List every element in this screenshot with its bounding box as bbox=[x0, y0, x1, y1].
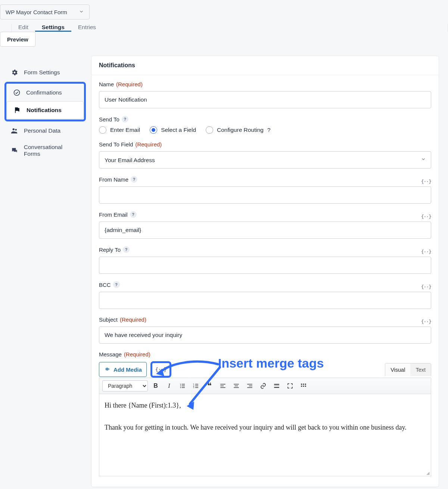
editor-toolbar: Paragraph B I 123 ❝ bbox=[99, 378, 431, 394]
message-label: Message bbox=[99, 351, 122, 358]
svg-point-1 bbox=[13, 129, 15, 131]
subject-label: Subject bbox=[99, 316, 118, 323]
mode-tab-text[interactable]: Text bbox=[410, 363, 431, 376]
reply-to-input[interactable] bbox=[99, 257, 431, 274]
send-to-field-select[interactable]: Your Email Address bbox=[99, 151, 431, 168]
svg-rect-33 bbox=[305, 386, 306, 387]
svg-rect-18 bbox=[220, 387, 225, 388]
bold-button[interactable]: B bbox=[150, 380, 161, 391]
help-icon[interactable]: ? bbox=[267, 127, 271, 133]
radio-icon bbox=[150, 126, 157, 134]
format-dropdown[interactable]: Paragraph bbox=[102, 380, 148, 391]
svg-point-4 bbox=[180, 384, 181, 384]
from-name-label: From Name bbox=[99, 176, 128, 183]
svg-point-2 bbox=[15, 129, 16, 130]
people-icon bbox=[10, 127, 19, 135]
merge-tags-icon[interactable]: {··} bbox=[421, 214, 431, 219]
svg-rect-8 bbox=[182, 386, 185, 386]
notification-name-input[interactable] bbox=[99, 91, 431, 108]
italic-button[interactable]: I bbox=[164, 380, 175, 391]
blockquote-button[interactable]: ❝ bbox=[204, 380, 215, 391]
help-icon[interactable]: ? bbox=[131, 176, 137, 183]
svg-rect-14 bbox=[195, 386, 198, 386]
sidebar-item-personal-data[interactable]: Personal Data bbox=[4, 122, 86, 139]
svg-rect-20 bbox=[235, 386, 238, 386]
tab-entries[interactable]: Entries bbox=[71, 24, 103, 32]
radio-configure-routing[interactable]: Configure Routing ? bbox=[206, 126, 271, 134]
svg-rect-26 bbox=[274, 386, 279, 386]
numbered-list-button[interactable]: 123 bbox=[190, 380, 202, 391]
svg-point-3 bbox=[106, 368, 107, 369]
form-selector-dropdown[interactable]: WP Mayor Contact Form bbox=[0, 4, 90, 19]
settings-sidebar: Form Settings Confirmations Notification… bbox=[4, 56, 86, 162]
svg-rect-28 bbox=[301, 384, 302, 385]
svg-rect-25 bbox=[274, 384, 279, 385]
radio-icon bbox=[206, 126, 213, 134]
svg-text:3: 3 bbox=[193, 387, 195, 389]
message-editor[interactable]: Hi there {Name (First):1.3}, Thank you f… bbox=[99, 394, 431, 476]
send-to-field-label: Send To Field bbox=[99, 141, 133, 148]
notifications-panel: Notifications Name (Required) Send To ? bbox=[91, 56, 439, 487]
bullet-list-button[interactable] bbox=[177, 380, 188, 391]
sidebar-item-label: Notifications bbox=[27, 107, 62, 114]
align-right-button[interactable] bbox=[244, 380, 255, 391]
help-icon[interactable]: ? bbox=[130, 211, 137, 218]
help-icon[interactable]: ? bbox=[122, 116, 128, 123]
flag-icon bbox=[13, 106, 21, 114]
merge-tags-icon[interactable]: {··} bbox=[421, 284, 431, 290]
tab-settings[interactable]: Settings bbox=[35, 24, 71, 32]
help-icon[interactable]: ? bbox=[113, 281, 120, 288]
svg-rect-19 bbox=[234, 384, 239, 385]
editor-mode-tabs: Visual Text bbox=[385, 363, 431, 376]
svg-rect-27 bbox=[274, 387, 279, 388]
help-icon[interactable]: ? bbox=[123, 246, 130, 253]
from-name-input[interactable] bbox=[99, 186, 431, 204]
bcc-input[interactable] bbox=[99, 292, 431, 309]
align-left-button[interactable] bbox=[217, 380, 228, 391]
fullscreen-button[interactable] bbox=[284, 380, 296, 391]
svg-rect-24 bbox=[247, 387, 252, 388]
subject-input[interactable] bbox=[99, 326, 431, 344]
radio-enter-email[interactable]: Enter Email bbox=[99, 126, 140, 134]
svg-rect-15 bbox=[195, 387, 198, 388]
sidebar-item-notifications[interactable]: Notifications bbox=[7, 101, 84, 119]
svg-rect-23 bbox=[249, 386, 252, 386]
from-email-input[interactable] bbox=[99, 222, 431, 239]
toolbar-toggle-button[interactable] bbox=[298, 380, 309, 391]
preview-button[interactable]: Preview bbox=[0, 32, 35, 47]
annotation-highlight-sidebar: Confirmations Notifications bbox=[4, 82, 86, 121]
align-center-button[interactable] bbox=[231, 380, 242, 391]
sidebar-item-label: Confirmations bbox=[26, 89, 62, 96]
svg-point-0 bbox=[14, 90, 20, 96]
required-marker: (Required) bbox=[124, 351, 150, 358]
send-to-label: Send To bbox=[99, 116, 119, 123]
tab-edit[interactable]: Edit bbox=[12, 24, 35, 32]
svg-rect-32 bbox=[303, 386, 304, 387]
media-icon bbox=[104, 366, 111, 374]
resize-grip-icon[interactable]: ◢ bbox=[426, 471, 429, 474]
add-media-button[interactable]: Add Media bbox=[99, 362, 147, 377]
svg-rect-7 bbox=[182, 384, 185, 385]
insert-merge-tags-button[interactable]: {··} bbox=[150, 361, 171, 378]
sidebar-item-conversational-forms[interactable]: Conversational Forms bbox=[4, 139, 86, 162]
sidebar-item-confirmations[interactable]: Confirmations bbox=[7, 84, 84, 101]
link-button[interactable] bbox=[258, 380, 269, 391]
merge-tags-icon[interactable]: {··} bbox=[421, 249, 431, 254]
sidebar-item-label: Conversational Forms bbox=[24, 144, 80, 157]
merge-tags-icon[interactable]: {··} bbox=[421, 179, 431, 184]
merge-tags-icon[interactable]: {··} bbox=[421, 319, 431, 324]
required-marker: (Required) bbox=[116, 81, 143, 87]
send-to-radio-group: Enter Email Select a Field Configure Rou… bbox=[99, 126, 431, 134]
radio-select-a-field[interactable]: Select a Field bbox=[150, 126, 196, 134]
from-email-label: From Email bbox=[99, 211, 128, 218]
read-more-button[interactable] bbox=[271, 380, 282, 391]
name-label: Name bbox=[99, 81, 114, 87]
required-marker: (Required) bbox=[120, 316, 146, 323]
chevron-down-icon bbox=[79, 9, 84, 15]
mode-tab-visual[interactable]: Visual bbox=[385, 363, 410, 376]
chat-icon bbox=[10, 146, 19, 155]
svg-rect-22 bbox=[247, 384, 252, 385]
svg-point-5 bbox=[180, 386, 181, 386]
required-marker: (Required) bbox=[135, 141, 162, 148]
sidebar-item-form-settings[interactable]: Form Settings bbox=[4, 64, 86, 81]
